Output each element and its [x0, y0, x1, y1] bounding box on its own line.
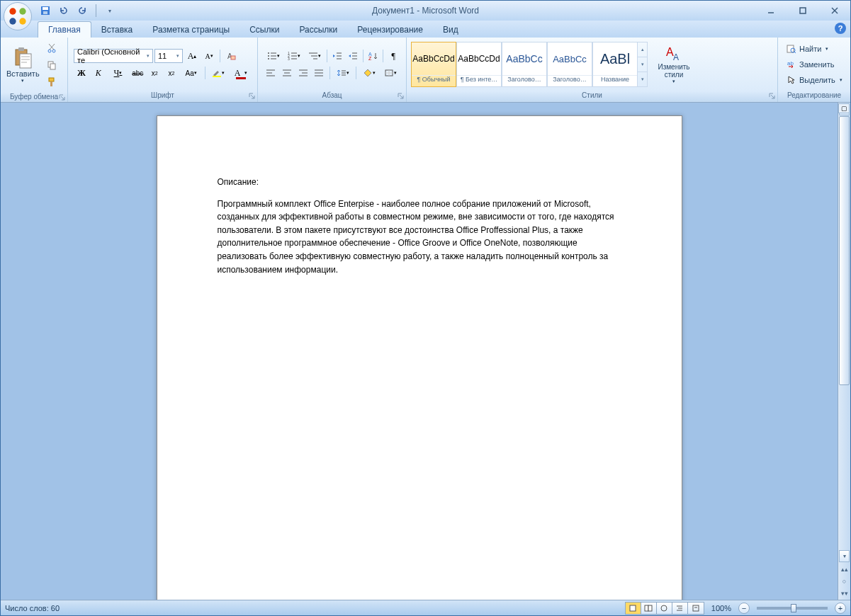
superscript-icon[interactable]: x2 — [164, 66, 179, 80]
decrease-indent-icon[interactable] — [330, 49, 344, 63]
quick-access-toolbar: ▾ — [38, 1, 118, 21]
align-right-icon[interactable] — [295, 66, 310, 80]
cut-icon[interactable] — [44, 40, 60, 56]
redo-icon[interactable] — [74, 3, 90, 18]
draft-view-icon[interactable] — [688, 603, 704, 614]
page[interactable]: Описание: Программный комплект Office En… — [157, 115, 682, 600]
scroll-down-icon[interactable]: ▾ — [839, 550, 850, 562]
launcher-icon[interactable] — [58, 93, 66, 101]
close-button[interactable] — [818, 1, 850, 21]
sort-icon[interactable]: AZ — [366, 49, 380, 63]
word-count[interactable]: Число слов: 60 — [5, 604, 60, 612]
underline-icon[interactable]: Ч ▾ — [108, 66, 129, 80]
subscript-icon[interactable]: x2 — [147, 66, 162, 80]
shading-icon[interactable]: ▾ — [359, 66, 379, 80]
svg-line-20 — [49, 44, 54, 50]
styles-up-icon[interactable]: ▴ — [638, 42, 647, 57]
qat-customize-icon[interactable]: ▾ — [102, 3, 118, 18]
group-label-paragraph: Абзац — [258, 91, 406, 102]
line-spacing-icon[interactable]: ▾ — [333, 66, 353, 80]
tab-mailings[interactable]: Рассылки — [289, 22, 347, 38]
tab-references[interactable]: Ссылки — [239, 22, 289, 38]
zoom-thumb[interactable] — [791, 604, 796, 612]
numbering-icon[interactable]: 123▾ — [284, 49, 303, 63]
zoom-out-button[interactable]: − — [738, 603, 750, 614]
web-layout-view-icon[interactable] — [657, 603, 672, 614]
fullscreen-reading-view-icon[interactable] — [641, 603, 657, 614]
format-painter-icon[interactable] — [44, 74, 60, 90]
launcher-icon[interactable] — [248, 92, 256, 100]
ruler-toggle-icon[interactable]: ▢ — [838, 103, 850, 113]
multilevel-list-icon[interactable]: ▾ — [305, 49, 324, 63]
style-item-nospacing[interactable]: AaBbCcDd ¶ Без инте… — [456, 42, 502, 87]
font-family-combo[interactable]: Calibri (Основной те▾ — [74, 49, 153, 63]
zoom-in-button[interactable]: + — [835, 603, 846, 614]
window-title: Документ1 - Microsoft Word — [372, 6, 479, 16]
align-left-icon[interactable] — [264, 66, 278, 80]
style-item-heading2[interactable]: AaBbCc Заголово… — [547, 42, 592, 87]
tab-view[interactable]: Вид — [433, 22, 468, 38]
increase-indent-icon[interactable] — [346, 49, 360, 63]
copy-icon[interactable] — [44, 57, 60, 73]
italic-icon[interactable]: К — [91, 66, 106, 80]
styles-more-icon[interactable]: ▾ — [638, 72, 647, 86]
style-item-heading1[interactable]: AaBbCc Заголово… — [502, 42, 547, 87]
maximize-button[interactable] — [787, 1, 818, 21]
styles-down-icon[interactable]: ▾ — [638, 57, 647, 72]
zoom-slider[interactable] — [757, 607, 828, 610]
tab-layout[interactable]: Разметка страницы — [142, 22, 239, 38]
select-button[interactable]: Выделить▾ — [784, 72, 845, 88]
svg-point-2 — [9, 18, 16, 24]
clear-formatting-icon[interactable]: A — [223, 49, 239, 63]
group-clipboard: Вставить ▾ Буфер обмена — [1, 38, 68, 102]
align-center-icon[interactable] — [280, 66, 295, 80]
minimize-button[interactable] — [755, 1, 787, 21]
font-color-icon[interactable]: A▾ — [230, 66, 252, 80]
launcher-icon[interactable] — [768, 92, 776, 100]
next-page-icon[interactable]: ▾▾ — [838, 588, 850, 600]
change-case-icon[interactable]: Aa▾ — [181, 66, 202, 80]
vertical-scrollbar: ▴ ▾ ▴▴ ○ ▾▾ — [838, 103, 850, 600]
show-marks-icon[interactable]: ¶ — [386, 49, 400, 63]
outline-view-icon[interactable] — [672, 603, 688, 614]
borders-icon[interactable]: ▾ — [381, 66, 400, 80]
ribbon-tabs: Главная Вставка Разметка страницы Ссылки… — [1, 21, 850, 38]
separator — [96, 4, 96, 17]
help-icon[interactable]: ? — [835, 23, 846, 34]
scroll-track[interactable] — [838, 116, 850, 549]
replace-button[interactable]: abЗаменить — [784, 57, 845, 72]
highlight-icon[interactable]: ▾ — [208, 66, 230, 80]
document-scroll[interactable]: Описание: Программный комплект Office En… — [1, 103, 838, 600]
office-button[interactable] — [4, 2, 32, 30]
strikethrough-icon[interactable]: abc — [130, 66, 145, 80]
style-item-normal[interactable]: AaBbCcDd ¶ Обычный — [411, 42, 456, 87]
zoom-level[interactable]: 100% — [711, 604, 731, 612]
justify-icon[interactable] — [312, 66, 327, 80]
doc-heading: Описание: — [218, 176, 621, 189]
style-item-title[interactable]: AaBl Название — [592, 42, 638, 87]
svg-rect-24 — [50, 81, 52, 86]
tab-review[interactable]: Рецензирование — [347, 22, 433, 38]
paste-button[interactable]: Вставить ▾ — [4, 40, 43, 91]
svg-rect-26 — [231, 56, 235, 59]
launcher-icon[interactable] — [397, 92, 405, 100]
bold-icon[interactable]: Ж — [74, 66, 89, 80]
scroll-thumb[interactable] — [839, 116, 850, 385]
group-label-editing: Редактирование — [778, 91, 850, 102]
shrink-font-icon[interactable]: A▾ — [201, 49, 217, 63]
save-icon[interactable] — [38, 3, 53, 18]
svg-rect-12 — [18, 47, 24, 51]
find-button[interactable]: Найти▾ — [784, 41, 845, 57]
bullets-icon[interactable]: ▾ — [264, 49, 283, 63]
prev-page-icon[interactable]: ▴▴ — [838, 563, 850, 575]
tab-insert[interactable]: Вставка — [91, 22, 143, 38]
svg-text:3: 3 — [288, 57, 290, 60]
svg-rect-75 — [630, 605, 636, 611]
grow-font-icon[interactable]: A▴ — [184, 49, 200, 63]
undo-icon[interactable] — [56, 3, 72, 18]
change-styles-button[interactable]: AA Изменить стили ▾ — [653, 39, 694, 90]
font-size-combo[interactable]: 11▾ — [154, 49, 183, 63]
print-layout-view-icon[interactable] — [626, 603, 641, 614]
tab-home[interactable]: Главная — [38, 21, 91, 38]
browse-object-icon[interactable]: ○ — [838, 575, 850, 587]
